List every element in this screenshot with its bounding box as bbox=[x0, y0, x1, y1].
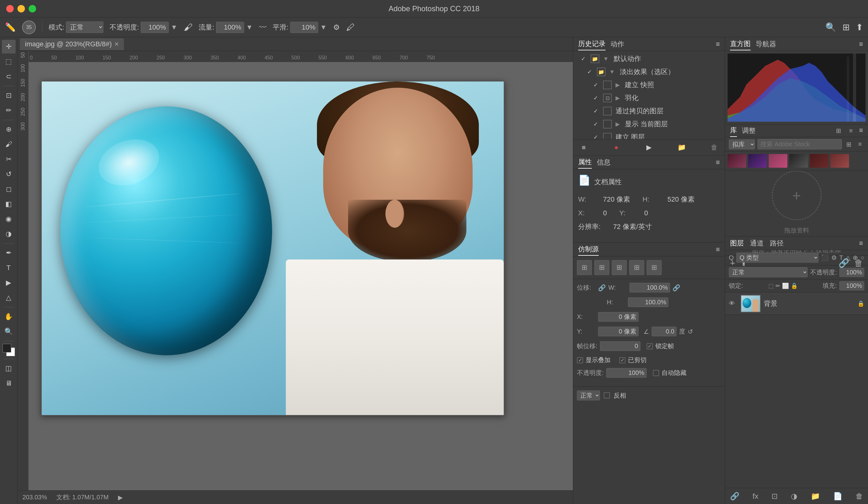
share-icon[interactable]: ⬆ bbox=[856, 22, 863, 32]
channels-tab[interactable]: 通道 bbox=[750, 239, 764, 248]
color-swatch[interactable] bbox=[2, 344, 15, 356]
fill-input[interactable] bbox=[839, 281, 864, 290]
dodge-tool[interactable]: ◑ bbox=[2, 227, 16, 241]
pen-tool[interactable]: ✒ bbox=[2, 246, 16, 260]
flow-arrow[interactable]: ▼ bbox=[246, 23, 253, 31]
invert-checkbox[interactable] bbox=[604, 392, 610, 399]
info-tab[interactable]: 信息 bbox=[597, 157, 610, 168]
adjustments-tab[interactable]: 调整 bbox=[742, 125, 756, 137]
blur-tool[interactable]: ◉ bbox=[2, 212, 16, 226]
lock-all-icon[interactable]: 🔒 bbox=[791, 283, 798, 289]
brush-preview[interactable]: 35 bbox=[22, 21, 36, 34]
layers-menu[interactable]: ≡ bbox=[859, 239, 863, 247]
zoom-tool[interactable]: 🔍 bbox=[2, 325, 16, 338]
clone-source-3[interactable]: ⊞ bbox=[612, 260, 627, 275]
clone-source-tab[interactable]: 仿制源 bbox=[578, 243, 599, 256]
history-record-btn[interactable]: ● bbox=[611, 142, 622, 153]
healing-tool[interactable]: ⊕ bbox=[2, 123, 16, 136]
history-stop-btn[interactable]: ■ bbox=[578, 142, 589, 153]
clone-x-input[interactable] bbox=[598, 312, 639, 322]
histogram-menu[interactable]: ≡ bbox=[859, 40, 863, 48]
brush-tool[interactable]: 🖌 bbox=[2, 137, 16, 151]
brush-tool-icon[interactable]: ✏️ bbox=[5, 22, 16, 32]
lock-move-icon[interactable]: ✏ bbox=[776, 283, 780, 289]
history-item-4[interactable]: ✓ 通过拷贝的图层 bbox=[586, 105, 725, 118]
filter-toggle-btn[interactable]: ○ bbox=[860, 254, 864, 261]
canvas-tab[interactable]: image.jpg @ 203%(RGB/8#) ✕ bbox=[20, 38, 124, 50]
history-item-2[interactable]: ✓ ▶ 建立 快照 bbox=[586, 78, 725, 92]
pixel-filter-btn[interactable]: ⬛ bbox=[821, 254, 829, 261]
clone-opacity-input[interactable] bbox=[606, 368, 647, 378]
clone-angle-input[interactable] bbox=[652, 327, 676, 336]
history-tab[interactable]: 历史记录 bbox=[578, 38, 606, 50]
history-item-3[interactable]: ✓ ⊡ ▶ 羽化 bbox=[586, 92, 725, 105]
new-adjustment-btn[interactable]: ◑ bbox=[791, 492, 797, 501]
library-menu[interactable]: ≡ bbox=[859, 126, 863, 135]
history-panel-menu[interactable]: ≡ bbox=[716, 40, 720, 48]
clone-h-input[interactable] bbox=[628, 297, 669, 307]
history-item-0[interactable]: ✓ 📁 ▼ 默认动作 bbox=[573, 52, 725, 65]
clone-stamp-tool[interactable]: ✂ bbox=[2, 153, 16, 166]
history-folder-btn[interactable]: 📁 bbox=[676, 142, 687, 153]
reset-angle-btn[interactable]: ↺ bbox=[688, 328, 693, 335]
history-item-5[interactable]: ✓ ▶ 显示 当前图层 bbox=[586, 118, 725, 131]
opacity-arrow[interactable]: ▼ bbox=[170, 23, 177, 31]
opacity-input[interactable] bbox=[839, 268, 864, 277]
layer-type-select[interactable]: Q 类型 bbox=[736, 253, 818, 263]
add-fx-btn[interactable]: fx bbox=[753, 492, 758, 501]
lock-pixels-icon[interactable]: ⬚ bbox=[768, 283, 774, 289]
blend-mode-select[interactable]: 正常 bbox=[729, 267, 808, 277]
close-button[interactable] bbox=[6, 5, 14, 12]
smooth-settings-icon[interactable]: ⚙ bbox=[333, 23, 340, 32]
clone-source-2[interactable]: ⊞ bbox=[594, 260, 609, 275]
library-swatch-6[interactable] bbox=[830, 154, 849, 168]
tab-close-icon[interactable]: ✕ bbox=[114, 41, 119, 48]
add-mask-btn[interactable]: ⊡ bbox=[772, 492, 778, 501]
type-filter-btn[interactable]: T bbox=[839, 254, 843, 261]
library-search-input[interactable] bbox=[757, 139, 842, 149]
lock-frame-checkbox[interactable]: ✓ bbox=[647, 343, 653, 349]
hand-tool[interactable]: ✋ bbox=[2, 310, 16, 324]
clipped-checkbox[interactable]: ✓ bbox=[619, 357, 626, 364]
library-swatch-1[interactable] bbox=[727, 154, 746, 168]
clone-panel-menu[interactable]: ≡ bbox=[716, 245, 720, 254]
select-rect-tool[interactable]: ⬚ bbox=[2, 55, 16, 69]
smart-filter-btn[interactable]: ⊕ bbox=[853, 254, 858, 261]
crop-tool[interactable]: ⊡ bbox=[2, 89, 16, 102]
shape-tool[interactable]: △ bbox=[2, 291, 16, 305]
history-item-1[interactable]: ✓ 📁 ▼ 淡出效果（选区） bbox=[579, 65, 725, 78]
clone-mode-select[interactable]: 正常 bbox=[577, 390, 600, 400]
clone-link-wh[interactable]: 🔗 bbox=[672, 284, 680, 292]
library-swatch-3[interactable] bbox=[769, 154, 787, 168]
lasso-tool[interactable]: ⊂ bbox=[2, 70, 16, 83]
clone-source-4[interactable]: ⊞ bbox=[629, 260, 644, 275]
library-add-icon[interactable]: + bbox=[792, 187, 801, 204]
clone-w-input[interactable] bbox=[630, 283, 670, 292]
adjustment-filter-btn[interactable]: ⚙ bbox=[831, 254, 837, 261]
minimize-button[interactable] bbox=[18, 5, 25, 12]
layer-visibility-icon[interactable]: 👁 bbox=[729, 300, 737, 307]
library-list-btn[interactable]: ≡ bbox=[847, 126, 855, 135]
path-selection-tool[interactable]: ▶ bbox=[2, 276, 16, 290]
shape-filter-btn[interactable]: △ bbox=[846, 254, 850, 261]
window-arrange-icon[interactable]: ⊞ bbox=[843, 22, 850, 32]
search-icon[interactable]: 🔍 bbox=[825, 22, 836, 32]
eyedropper-tool[interactable]: ✏ bbox=[2, 104, 16, 117]
history-check-3[interactable]: ✓ bbox=[592, 94, 599, 102]
mode-select[interactable]: 正常 bbox=[66, 21, 103, 33]
view-mode-tool[interactable]: 🖥 bbox=[2, 376, 16, 390]
library-select[interactable]: 拟库 bbox=[729, 139, 755, 149]
paths-tab[interactable]: 路径 bbox=[770, 239, 784, 248]
history-check-5[interactable]: ✓ bbox=[592, 120, 599, 128]
history-trash-btn[interactable]: 🗑 bbox=[709, 142, 720, 153]
history-brush-tool[interactable]: ↺ bbox=[2, 167, 16, 181]
move-tool[interactable]: ✛ bbox=[2, 40, 16, 53]
lock-artboard-icon[interactable]: ⬜ bbox=[782, 283, 789, 289]
new-group-btn[interactable]: 📁 bbox=[811, 492, 820, 501]
eraser-tool[interactable]: ◻ bbox=[2, 182, 16, 196]
frame-input[interactable] bbox=[600, 341, 640, 351]
library-list-toggle[interactable]: ≡ bbox=[856, 140, 864, 149]
properties-panel-menu[interactable]: ≡ bbox=[716, 158, 720, 166]
maximize-button[interactable] bbox=[29, 5, 36, 12]
statusbar-arrow[interactable]: ▶ bbox=[118, 494, 123, 501]
